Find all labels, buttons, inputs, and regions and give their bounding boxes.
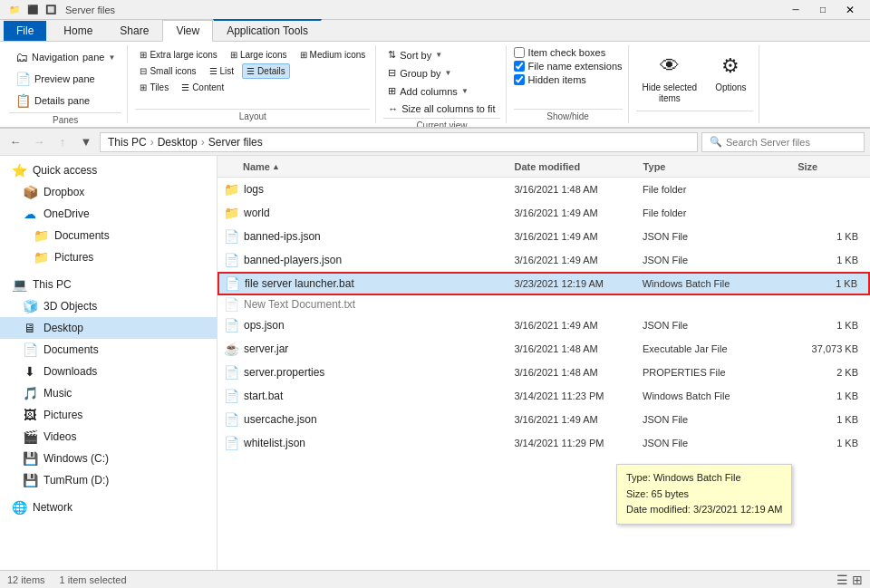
navigation-pane-btn[interactable]: 🗂 Navigation pane ▼ bbox=[9, 47, 121, 67]
search-box[interactable]: 🔍 bbox=[701, 132, 865, 152]
dropbox-icon: 📦 bbox=[22, 184, 38, 200]
item-check-boxes-cb[interactable] bbox=[514, 47, 525, 58]
file-row-logs[interactable]: 📁 logs 3/16/2021 1:48 AM File folder bbox=[218, 178, 870, 201]
banned-players-size: 1 KB bbox=[797, 255, 865, 265]
hidden-items-cb[interactable] bbox=[514, 74, 525, 85]
file-row-server-jar[interactable]: ☕ server.jar 3/16/2021 1:48 AM Executabl… bbox=[218, 337, 870, 361]
options-btn[interactable]: ⚙ Options bbox=[709, 47, 752, 98]
back-btn[interactable]: ← bbox=[5, 132, 25, 152]
preview-pane-btn[interactable]: 📄 Preview pane bbox=[9, 69, 121, 89]
medium-icons-btn[interactable]: ⊞ Medium icons bbox=[295, 47, 371, 63]
nav-pane-icon: 🗂 bbox=[15, 50, 28, 64]
file-row-banned-ips[interactable]: 📄 banned-ips.json 3/16/2021 1:49 AM JSON… bbox=[218, 225, 870, 248]
panes-group-label: Panes bbox=[9, 112, 121, 125]
hide-selected-btn[interactable]: 👁 Hide selecteditems bbox=[636, 47, 704, 109]
small-icons-btn[interactable]: ⊟ Small icons bbox=[135, 63, 200, 79]
item-check-boxes-label: Item check boxes bbox=[528, 47, 606, 58]
path-desktop[interactable]: Desktop bbox=[158, 136, 198, 149]
file-row-start-bat[interactable]: 📄 start.bat 3/14/2021 11:23 PM Windows B… bbox=[218, 384, 870, 408]
forward-btn[interactable]: → bbox=[29, 132, 49, 152]
hide-selected-icon: 👁 bbox=[655, 52, 684, 81]
sidebar-item-this-pc[interactable]: 💻 This PC bbox=[0, 274, 217, 295]
sidebar-item-pictures[interactable]: 🖼 Pictures bbox=[0, 404, 217, 426]
group-by-btn[interactable]: ⊟ Group by ▼ bbox=[383, 65, 499, 81]
large-icons-btn[interactable]: ⊞ Large icons bbox=[226, 47, 292, 63]
col-type-header[interactable]: Type bbox=[643, 161, 798, 172]
file-row-new-text[interactable]: 📄 New Text Document.txt bbox=[218, 295, 870, 313]
sidebar-item-onedrive[interactable]: ☁ OneDrive bbox=[0, 203, 217, 225]
videos-icon: 🎬 bbox=[22, 429, 38, 445]
panes-content: 🗂 Navigation pane ▼ 📄 Preview pane 📋 Det… bbox=[9, 47, 121, 111]
sidebar-item-dropbox[interactable]: 📦 Dropbox bbox=[0, 181, 217, 203]
sidebar-item-network[interactable]: 🌐 Network bbox=[0, 496, 217, 518]
file-row-whitelist[interactable]: 📄 whitelist.json 3/14/2021 11:29 PM JSON… bbox=[218, 431, 870, 455]
sidebar-item-quick-access[interactable]: ⭐ Quick access bbox=[0, 159, 217, 181]
col-name-header[interactable]: Name ▲ bbox=[221, 161, 514, 172]
current-view-content: ⇅ Sort by ▼ ⊟ Group by ▼ ⊞ Add columns ▼… bbox=[383, 47, 499, 116]
sort-by-btn[interactable]: ⇅ Sort by ▼ bbox=[383, 47, 499, 63]
tab-view[interactable]: View bbox=[162, 20, 213, 42]
windows-c-icon: 💾 bbox=[22, 450, 38, 467]
new-text-name: New Text Document.txt bbox=[244, 298, 514, 311]
recent-btn[interactable]: ▼ bbox=[76, 132, 96, 152]
file-row-ops[interactable]: 📄 ops.json 3/16/2021 1:49 AM JSON File 1… bbox=[218, 313, 870, 337]
sidebar-item-windows-c[interactable]: 💾 Windows (C:) bbox=[0, 448, 217, 469]
extra-large-icons-btn[interactable]: ⊞ Extra large icons bbox=[135, 47, 221, 63]
tooltip-date: Date modified: 3/23/2021 12:19 AM bbox=[626, 502, 782, 518]
tab-app-tools[interactable]: Application Tools bbox=[213, 19, 322, 41]
col-size-header[interactable]: Size bbox=[798, 161, 866, 172]
add-columns-btn[interactable]: ⊞ Add columns ▼ bbox=[383, 83, 499, 99]
3d-objects-label: 3D Objects bbox=[44, 300, 209, 313]
quick-access-label: Quick access bbox=[33, 164, 209, 177]
address-path[interactable]: This PC › Desktop › Server files bbox=[100, 132, 698, 152]
size-all-btn[interactable]: ↔ Size all columns to fit bbox=[383, 101, 499, 116]
up-btn[interactable]: ↑ bbox=[53, 132, 72, 152]
details-view-icon[interactable]: ☰ bbox=[836, 573, 848, 587]
col-date-header[interactable]: Date modified bbox=[514, 161, 643, 172]
large-view-icon[interactable]: ⊞ bbox=[852, 573, 863, 587]
file-name-ext-row: File name extensions bbox=[514, 61, 623, 72]
file-list-header: Name ▲ Date modified Type Size bbox=[218, 156, 870, 178]
details-btn[interactable]: ☰ Details bbox=[242, 63, 290, 79]
desktop-label: Desktop bbox=[44, 322, 209, 334]
sidebar-item-desktop[interactable]: 🖥 Desktop bbox=[0, 317, 217, 339]
extra-large-label: Extra large icons bbox=[150, 50, 217, 60]
sidebar: ⭐ Quick access 📦 Dropbox ☁ OneDrive 📁 Do… bbox=[0, 156, 218, 570]
sidebar-item-documents[interactable]: 📄 Documents bbox=[0, 339, 217, 361]
sidebar-item-tumrum-d[interactable]: 💾 TumRum (D:) bbox=[0, 469, 217, 491]
docs-icon: 📄 bbox=[22, 342, 38, 358]
windows-c-label: Windows (C:) bbox=[44, 452, 209, 465]
file-row-usercache[interactable]: 📄 usercache.json 3/16/2021 1:49 AM JSON … bbox=[218, 408, 870, 431]
sidebar-item-3d-objects[interactable]: 🧊 3D Objects bbox=[0, 295, 217, 317]
tab-home[interactable]: Home bbox=[50, 20, 106, 41]
tooltip-size: Size: 65 bytes bbox=[626, 487, 782, 503]
sidebar-item-docs-od[interactable]: 📁 Documents bbox=[0, 225, 217, 246]
tiles-btn[interactable]: ⊞ Tiles bbox=[135, 80, 173, 95]
list-btn[interactable]: ☰ List bbox=[205, 63, 239, 79]
launcher-icon: 📄 bbox=[223, 275, 241, 293]
sidebar-item-videos[interactable]: 🎬 Videos bbox=[0, 426, 217, 448]
file-row-banned-players[interactable]: 📄 banned-players.json 3/16/2021 1:49 AM … bbox=[218, 248, 870, 272]
dropbox-label: Dropbox bbox=[44, 186, 209, 198]
file-name-ext-cb[interactable] bbox=[514, 61, 525, 72]
search-input[interactable] bbox=[726, 137, 856, 148]
path-this-pc[interactable]: This PC bbox=[108, 136, 147, 149]
close-btn[interactable]: ✕ bbox=[837, 2, 863, 18]
tumrum-d-label: TumRum (D:) bbox=[44, 474, 209, 487]
minimize-btn[interactable]: ─ bbox=[783, 2, 808, 18]
content-btn[interactable]: ☰ Content bbox=[177, 80, 228, 95]
file-row-launcher[interactable]: 📄 file server launcher.bat 3/23/2021 12:… bbox=[218, 272, 870, 295]
sidebar-item-downloads[interactable]: ⬇ Downloads bbox=[0, 361, 217, 382]
file-row-world[interactable]: 📁 world 3/16/2021 1:49 AM File folder bbox=[218, 201, 870, 225]
launcher-type: Windows Batch File bbox=[643, 278, 796, 289]
file-row-server-prop[interactable]: 📄 server.properties 3/16/2021 1:48 AM PR… bbox=[218, 361, 870, 384]
maximize-btn[interactable]: □ bbox=[810, 2, 836, 18]
path-server-files[interactable]: Server files bbox=[208, 136, 263, 149]
world-date: 3/16/2021 1:49 AM bbox=[514, 207, 643, 218]
sidebar-item-pics-od[interactable]: 📁 Pictures bbox=[0, 246, 217, 268]
details-pane-btn[interactable]: 📋 Details pane bbox=[9, 91, 121, 111]
tab-file[interactable]: File bbox=[4, 21, 46, 41]
pictures-icon: 🖼 bbox=[22, 407, 38, 423]
sidebar-item-music[interactable]: 🎵 Music bbox=[0, 382, 217, 404]
tab-share[interactable]: Share bbox=[106, 20, 162, 41]
